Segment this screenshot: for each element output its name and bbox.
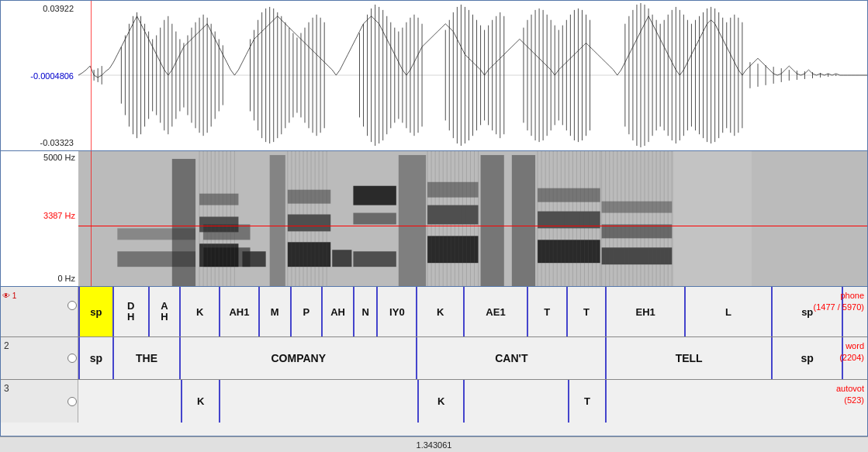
svg-rect-165 — [353, 213, 396, 225]
waveform-canvas — [78, 1, 867, 150]
waveform-y-mid: -0.0004806 — [2, 71, 77, 81]
time-bar: 1.343061 — [0, 436, 868, 452]
autovot-tier-cells: K K T autovot (523) — [78, 380, 867, 423]
svg-rect-162 — [332, 250, 351, 267]
svg-rect-157 — [242, 251, 265, 267]
word-tier-cells: sp THE COMPANY CAN'T TELL — [78, 337, 867, 379]
waveform-y-top: 0.03922 — [2, 4, 77, 13]
phone-cell-ah[interactable]: A H — [150, 287, 182, 336]
tiers-container: 👁 1 sp D H A H — [0, 287, 868, 436]
autovot-cell-k2[interactable]: K — [417, 380, 465, 423]
phone-tier-cells: sp D H A H K AH1 — [78, 287, 867, 336]
phone-cell-ah2[interactable]: AH — [323, 287, 354, 336]
svg-rect-158 — [270, 155, 285, 286]
autovot-cell-k1[interactable]: K — [181, 380, 220, 423]
word-cell-the[interactable]: THE — [114, 337, 181, 379]
phone-cell-ae1[interactable]: AE1 — [465, 287, 527, 336]
phone-tier-number-col: 👁 1 — [1, 287, 78, 336]
svg-rect-161 — [288, 190, 330, 204]
spec-y-mid: 3387 Hz — [43, 211, 75, 220]
autovot-cell-t[interactable]: T — [568, 380, 607, 423]
spec-y-bot: 0 Hz — [57, 274, 75, 283]
waveform-area: 215.031060 0.03922 -0.0004806 -0.03323 — [0, 0, 868, 151]
autovot-tier-right-label: autovot (523) — [836, 383, 864, 407]
svg-rect-153 — [172, 159, 195, 286]
phone-cell-p[interactable]: P — [292, 287, 323, 336]
phone-tier-label: 👁 1 — [2, 292, 16, 300]
word-tier-right-label: word (2204) — [839, 340, 864, 364]
word-tier-number-col: 2 — [1, 337, 78, 379]
svg-rect-170 — [481, 155, 504, 286]
spectrogram-area: 5000 Hz 3387 Hz 0 Hz — [0, 151, 868, 287]
svg-rect-160 — [288, 215, 330, 232]
waveform-svg — [78, 1, 867, 150]
word-cell-sp2[interactable]: sp — [773, 337, 844, 379]
phone-cell-k2[interactable]: K — [417, 287, 465, 336]
phone-cell-iy0[interactable]: IY0 — [378, 287, 417, 336]
spec-y-top: 5000 Hz — [43, 153, 75, 162]
phone-cell-n[interactable]: N — [354, 287, 379, 336]
spec-cursor-vline — [91, 151, 92, 286]
phone-tier-row: 👁 1 sp D H A H — [1, 287, 867, 337]
phone-cell-eh1[interactable]: EH1 — [607, 287, 686, 336]
main-container: 215.031060 0.03922 -0.0004806 -0.03323 — [0, 0, 868, 452]
phone-cell-t1[interactable]: T — [528, 287, 568, 336]
svg-rect-171 — [512, 155, 535, 286]
waveform-cursor-line — [91, 1, 92, 150]
time-bar-value: 1.343061 — [417, 440, 452, 450]
svg-rect-159 — [288, 242, 330, 267]
svg-rect-178 — [673, 151, 752, 286]
spectrogram-svg — [78, 151, 867, 286]
spec-y-labels: 5000 Hz 3387 Hz 0 Hz — [1, 151, 78, 286]
word-cell-company[interactable]: COMPANY — [181, 337, 417, 379]
phone-cell-dh[interactable]: D H — [114, 287, 150, 336]
autovot-tier-label: 3 — [4, 383, 9, 394]
word-cell-cant[interactable]: CAN'T — [417, 337, 607, 379]
word-tier-label: 2 — [4, 340, 9, 351]
spec-canvas — [78, 151, 867, 286]
word-cell-sp1[interactable]: sp — [78, 337, 114, 379]
phone-cell-t2[interactable]: T — [568, 287, 607, 336]
autovot-tier-row: 3 K K T autovot (523) — [1, 380, 867, 423]
svg-rect-164 — [353, 251, 396, 267]
phone-tier-right-label: phone (1477 / 5970) — [814, 290, 864, 314]
word-cell-tell[interactable]: TELL — [607, 337, 773, 379]
phone-cell-sp1[interactable]: sp — [78, 287, 114, 336]
svg-rect-166 — [399, 155, 426, 286]
phone-tier-circle[interactable] — [67, 301, 77, 310]
waveform-y-bot: -0.03323 — [2, 138, 77, 147]
phone-cell-m[interactable]: M — [260, 287, 292, 336]
autovot-tier-number-col: 3 — [1, 380, 78, 423]
word-tier-circle[interactable] — [67, 354, 77, 363]
phone-cell-k1[interactable]: K — [181, 287, 220, 336]
phone-cell-ah1[interactable]: AH1 — [220, 287, 260, 336]
word-tier-row: 2 sp THE COMPANY CAN'T — [1, 337, 867, 380]
spec-freq-hline — [78, 226, 867, 226]
autovot-tier-circle[interactable] — [67, 397, 77, 406]
waveform-y-labels: 0.03922 -0.0004806 -0.03323 — [1, 1, 78, 150]
phone-cell-l[interactable]: L — [686, 287, 773, 336]
svg-rect-163 — [353, 186, 396, 205]
